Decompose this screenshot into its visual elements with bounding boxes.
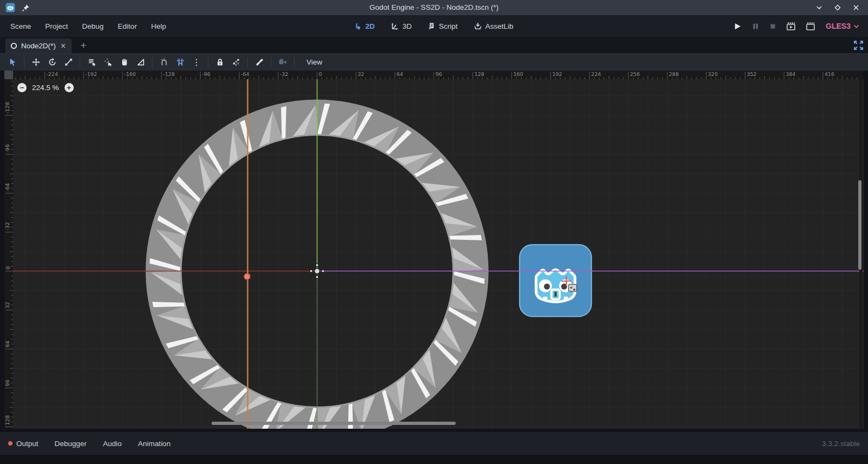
pause-button[interactable]: [752, 23, 759, 30]
svg-text:-128: -128: [163, 71, 175, 77]
menu-help[interactable]: Help: [145, 20, 172, 33]
pivot-icon: [104, 58, 112, 66]
play-scene-button[interactable]: [787, 22, 796, 30]
horizontal-ruler[interactable]: -224-192-160-128-96-64-32032649612816019…: [13, 71, 864, 79]
snap-options-menu-button[interactable]: ⋮: [188, 55, 205, 69]
vertical-ruler[interactable]: -128-96-64-320326496128: [4, 79, 13, 429]
svg-text:0: 0: [319, 71, 322, 77]
list-select-icon: [88, 58, 96, 66]
vertical-scrollbar-thumb[interactable]: [858, 180, 861, 270]
smart-snap-toggle[interactable]: [156, 55, 172, 69]
scene-tab-node2d[interactable]: Node2D(*) ×: [5, 39, 72, 53]
workspace-3d-label: 3D: [403, 22, 412, 30]
workspace-tab-2d[interactable]: ↳ 2D: [355, 22, 375, 30]
zoom-widget: − 224.5 % +: [17, 83, 74, 92]
audio-label: Audio: [103, 440, 122, 448]
group-object-button[interactable]: [228, 55, 244, 69]
ruler-tool-button[interactable]: [132, 55, 149, 69]
svg-text:-128: -128: [4, 102, 10, 114]
output-label: Output: [16, 440, 39, 448]
distraction-free-mode-button[interactable]: [854, 41, 863, 50]
menu-project[interactable]: Project: [39, 20, 74, 33]
svg-text:-64: -64: [5, 183, 11, 192]
window-maximize-button[interactable]: [833, 3, 842, 12]
canvas-toolbar: ⋮ View: [0, 53, 868, 71]
zoom-out-button[interactable]: −: [17, 83, 27, 92]
list-select-tool-button[interactable]: [84, 55, 100, 69]
menu-scene[interactable]: Scene: [4, 20, 37, 33]
video-driver-select[interactable]: GLES3: [826, 22, 859, 30]
play-custom-scene-button[interactable]: [806, 22, 815, 30]
rotate-icon: [48, 58, 56, 66]
window-bottom-strip: [0, 455, 868, 464]
shape-control-point[interactable]: [244, 274, 250, 279]
svg-text:0: 0: [5, 266, 11, 269]
move-tool-button[interactable]: [28, 55, 44, 69]
bone-icon: [256, 58, 264, 66]
animation-label: Animation: [138, 440, 170, 448]
lock-icon: [216, 58, 224, 66]
menu-editor[interactable]: Editor: [112, 20, 143, 33]
svg-text:96: 96: [436, 71, 442, 77]
workspace-tab-3d[interactable]: 3D: [391, 22, 412, 30]
window-minimize-button[interactable]: [815, 3, 824, 12]
svg-text:-32: -32: [280, 71, 289, 77]
node2d-icon: [10, 42, 17, 49]
pivot-tool-button[interactable]: [100, 55, 116, 69]
view-menu-button[interactable]: View: [300, 58, 329, 66]
viewport-gizmos: [13, 79, 864, 429]
svg-text:352: 352: [747, 71, 757, 77]
panel-button-audio[interactable]: Audio: [103, 440, 122, 448]
camera-override-button[interactable]: [275, 55, 291, 69]
pan-hand-icon: [120, 58, 129, 66]
zoom-in-button[interactable]: +: [65, 83, 74, 92]
add-scene-tab-button[interactable]: +: [78, 40, 88, 50]
stop-button[interactable]: [769, 23, 776, 30]
svg-text:-96: -96: [202, 71, 210, 77]
canvas-area: -224-192-160-128-96-64-32032649612816019…: [0, 71, 868, 432]
smart-snap-icon: [160, 58, 168, 66]
pin-icon[interactable]: [22, 4, 30, 12]
tab-close-icon[interactable]: ×: [60, 42, 67, 50]
2d-viewport[interactable]: − 224.5 % +: [13, 79, 864, 429]
lock-object-button[interactable]: [212, 55, 228, 69]
menu-debug[interactable]: Debug: [76, 20, 110, 33]
svg-text:64: 64: [397, 71, 403, 77]
workspace-tab-assetlib[interactable]: AssetLib: [474, 22, 513, 30]
horizontal-scrollbar-thumb[interactable]: [212, 422, 456, 425]
2d-icon: ↳: [355, 22, 362, 30]
panel-button-animation[interactable]: Animation: [138, 440, 170, 448]
skeleton-bone-button[interactable]: [251, 55, 267, 69]
ruler-corner: [4, 71, 13, 79]
svg-text:384: 384: [786, 71, 795, 77]
svg-text:-32: -32: [5, 222, 11, 231]
svg-text:416: 416: [825, 71, 834, 77]
svg-text:224: 224: [591, 71, 601, 77]
svg-text:192: 192: [552, 71, 562, 77]
output-alert-dot-icon: [8, 441, 12, 446]
panel-button-debugger[interactable]: Debugger: [55, 440, 87, 448]
svg-text:-96: -96: [5, 144, 11, 153]
rotate-tool-button[interactable]: [44, 55, 60, 69]
panel-button-output[interactable]: Output: [8, 440, 39, 448]
scene-tab-bar: Node2D(*) × +: [0, 37, 868, 53]
svg-text:320: 320: [708, 71, 718, 77]
origin-gizmo: [310, 264, 324, 278]
chevron-down-icon: [853, 23, 859, 29]
camera-icon: [278, 58, 287, 66]
group-icon: [232, 58, 240, 66]
play-button[interactable]: [733, 22, 742, 30]
svg-text:32: 32: [5, 302, 11, 308]
assetlib-icon: [474, 22, 481, 30]
window-close-button[interactable]: [852, 3, 860, 12]
3d-icon: [391, 22, 399, 30]
scale-tool-button[interactable]: [60, 55, 76, 69]
select-tool-button[interactable]: [4, 55, 21, 69]
debugger-label: Debugger: [55, 440, 87, 448]
svg-text:-64: -64: [241, 71, 250, 77]
grid-snap-toggle[interactable]: [172, 55, 188, 69]
pan-tool-button[interactable]: [116, 55, 132, 69]
ruler-icon: [137, 58, 145, 66]
svg-text:-160: -160: [124, 71, 136, 77]
workspace-tab-script[interactable]: Script: [428, 22, 458, 30]
